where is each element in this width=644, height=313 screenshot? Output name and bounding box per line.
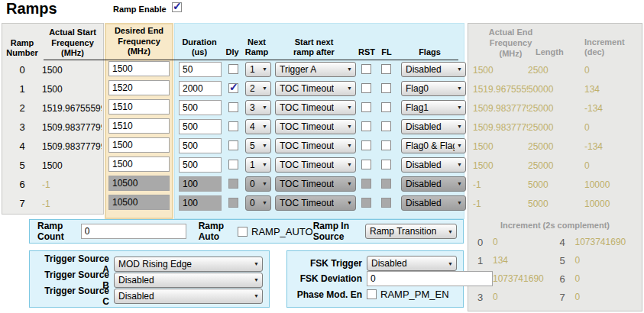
- start-next-ramp-after-select[interactable]: TOC Timeout▼: [275, 81, 356, 96]
- start-next-ramp-after-select[interactable]: TOC Timeout▼: [275, 195, 356, 211]
- rst-checkbox[interactable]: [361, 83, 371, 93]
- dly-checkbox[interactable]: [228, 160, 238, 169]
- next-ramp-value: 0: [250, 198, 255, 208]
- ramp-in-source-select[interactable]: Ramp Transition▼: [365, 224, 457, 239]
- desired-end-frequency-input[interactable]: [108, 80, 170, 95]
- start-next-ramp-after-select[interactable]: TOC Timeout▼: [275, 157, 356, 173]
- flags-select[interactable]: Disabled▼: [401, 176, 466, 192]
- fl-checkbox[interactable]: [381, 160, 391, 169]
- next-ramp-select[interactable]: 4▼: [245, 119, 271, 134]
- flags-select[interactable]: Disabled▼: [401, 119, 466, 134]
- fsk-deviation-input[interactable]: [367, 271, 493, 286]
- fsk-trigger-value: Disabled: [371, 258, 407, 269]
- table-row: 11500: [2, 79, 103, 98]
- increment-dec-value: 10000: [584, 198, 642, 209]
- dly-checkbox[interactable]: [228, 64, 238, 74]
- next-ramp-value: 1: [250, 64, 255, 75]
- readout-row: 150025000-134: [468, 137, 642, 156]
- readout-row: 1500250000: [468, 156, 642, 175]
- rst-checkbox[interactable]: [361, 102, 371, 112]
- fl-checkbox[interactable]: [381, 102, 391, 112]
- rst-checkbox[interactable]: [361, 198, 371, 208]
- flags-select[interactable]: Flag0▼: [401, 81, 466, 96]
- actual-end-frequency: 1500: [473, 141, 528, 152]
- start-next-ramp-after-select[interactable]: TOC Timeout▼: [275, 119, 356, 134]
- start-next-ramp-after-header: Start next ramp after: [273, 37, 355, 57]
- length-value: 5000: [528, 179, 584, 190]
- rst-checkbox[interactable]: [361, 160, 371, 169]
- duration-input[interactable]: [179, 176, 222, 192]
- actual-start-frequency: 1500: [42, 160, 102, 171]
- dly-checkbox[interactable]: [228, 102, 238, 112]
- actual-end-frequency: 1500: [473, 65, 528, 76]
- desired-end-frequency-input[interactable]: [108, 176, 170, 191]
- duration-input[interactable]: [179, 81, 222, 96]
- next-ramp-select[interactable]: 0▼: [245, 176, 271, 192]
- controls-row: 0▼ TOC Timeout▼ Disabled▼: [175, 174, 464, 193]
- next-ramp-select[interactable]: 1▼: [245, 62, 271, 77]
- phase-mod-en-checkbox[interactable]: [367, 289, 377, 299]
- desired-end-frequency-input[interactable]: [108, 118, 170, 134]
- next-ramp-select[interactable]: 3▼: [245, 100, 271, 115]
- trigger-source-c-select[interactable]: Disabled▼: [114, 289, 263, 304]
- fl-checkbox[interactable]: [381, 121, 391, 131]
- trigger-source-b-select[interactable]: Disabled▼: [114, 273, 263, 288]
- ramp-count-input[interactable]: [81, 224, 186, 239]
- rst-checkbox[interactable]: [361, 64, 371, 74]
- next-ramp-select[interactable]: 0▼: [245, 195, 271, 211]
- next-ramp-select[interactable]: 1▼: [245, 157, 271, 173]
- fl-checkbox[interactable]: [381, 64, 391, 74]
- fl-checkbox[interactable]: [381, 198, 391, 208]
- dly-header: Dly: [222, 47, 243, 57]
- fsk-deviation-row: FSK Deviation: [293, 271, 457, 286]
- next-ramp-select[interactable]: 2▼: [245, 81, 271, 96]
- rst-checkbox[interactable]: [361, 121, 371, 131]
- duration-input[interactable]: [179, 195, 222, 211]
- dly-checkbox[interactable]: [228, 140, 238, 150]
- start-next-ramp-after-select[interactable]: TOC Timeout▼: [275, 100, 356, 115]
- rst-checkbox[interactable]: [361, 140, 371, 150]
- duration-input[interactable]: [179, 62, 222, 77]
- actual-start-frequency: 1509.98377799: [42, 141, 102, 152]
- desired-end-frequency-input[interactable]: [108, 99, 170, 115]
- duration-input[interactable]: [179, 157, 222, 173]
- flags-select[interactable]: Disabled▼: [401, 157, 466, 173]
- chevron-down-icon: ▼: [347, 181, 352, 186]
- chevron-down-icon: ▼: [457, 162, 462, 167]
- fl-checkbox[interactable]: [381, 140, 391, 150]
- trigger-source-a-select[interactable]: MOD Rising Edge▼: [114, 257, 263, 272]
- list-item: 50: [560, 251, 642, 269]
- dly-checkbox[interactable]: [228, 179, 238, 189]
- desired-end-frequency-input[interactable]: [108, 195, 170, 210]
- duration-input[interactable]: [179, 138, 222, 153]
- dly-checkbox[interactable]: [228, 121, 238, 131]
- start-next-ramp-after-select[interactable]: TOC Timeout▼: [275, 176, 356, 192]
- actual-end-frequency: -1: [473, 179, 528, 190]
- flags-select[interactable]: Flag1▼: [401, 100, 466, 115]
- next-ramp-select[interactable]: 5▼: [245, 138, 271, 153]
- fl-checkbox[interactable]: [381, 179, 391, 189]
- flags-select[interactable]: Disabled▼: [401, 195, 466, 211]
- ramp-auto-checkbox[interactable]: [238, 227, 248, 237]
- flags-select[interactable]: Flag0 & Flag1▼: [401, 138, 466, 153]
- desired-end-frequency-input[interactable]: [108, 61, 170, 76]
- start-next-ramp-after-select[interactable]: TOC Timeout▼: [275, 138, 356, 153]
- chevron-down-icon: ▼: [347, 124, 352, 129]
- desired-end-frequency-input[interactable]: [108, 156, 170, 172]
- dly-checkbox[interactable]: [228, 198, 238, 208]
- dly-checkbox[interactable]: [228, 83, 238, 93]
- increment-2s-value: 0: [575, 292, 581, 302]
- start-next-ramp-after-select[interactable]: Trigger A▼: [275, 62, 356, 77]
- duration-input[interactable]: [179, 100, 222, 115]
- rst-checkbox[interactable]: [361, 179, 371, 189]
- chevron-down-icon: ▼: [457, 105, 462, 110]
- ramp-number: 4: [2, 140, 42, 152]
- flags-select[interactable]: Disabled▼: [401, 62, 466, 77]
- increment-2s-complement-grid: 00 41073741690 1134 50 21073741690 60 30…: [468, 230, 642, 306]
- desired-end-frequency-input[interactable]: [108, 137, 170, 153]
- fl-checkbox[interactable]: [381, 83, 391, 93]
- fsk-trigger-select[interactable]: Disabled▼: [367, 256, 457, 271]
- chevron-down-icon: ▼: [347, 66, 352, 72]
- duration-input[interactable]: [179, 119, 222, 134]
- ramp-enable-checkbox[interactable]: [172, 2, 182, 12]
